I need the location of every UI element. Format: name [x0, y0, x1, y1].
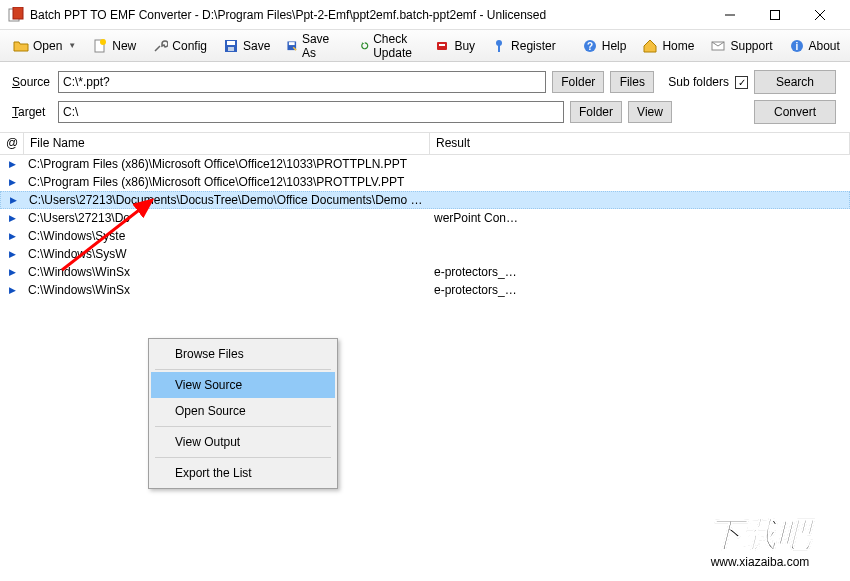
about-label: About — [809, 39, 840, 53]
svg-rect-12 — [289, 42, 295, 45]
svg-text:i: i — [795, 41, 798, 52]
cell-result: werPoint Con… — [430, 211, 850, 225]
table-row[interactable]: ▶C:\Users\27213\DowerPoint Con… — [0, 209, 850, 227]
cell-filename: C:\Program Files (x86)\Microsoft Office\… — [24, 157, 430, 171]
cell-result: e-protectors_… — [430, 265, 850, 279]
table-row[interactable]: ▶C:\Windows\WinSxe-protectors_… — [0, 263, 850, 281]
ctx-separator — [155, 426, 331, 427]
target-folder-button[interactable]: Folder — [570, 101, 622, 123]
svg-rect-10 — [228, 47, 234, 51]
open-button[interactable]: Open ▼ — [6, 34, 83, 58]
table-row[interactable]: ▶C:\Windows\Syste — [0, 227, 850, 245]
cart-icon — [434, 38, 450, 54]
check-update-label: Check Update — [373, 32, 418, 60]
ctx-browse-files[interactable]: Browse Files — [151, 341, 335, 367]
ctx-separator — [155, 369, 331, 370]
cell-filename: C:\Windows\Syste — [24, 229, 430, 243]
refresh-icon — [360, 38, 370, 54]
cell-filename: C:\Users\27213\Do — [24, 211, 430, 225]
toolbar: Open ▼ New Config Save Save As Check Upd… — [0, 30, 850, 62]
cell-filename: C:\Windows\SysW — [24, 247, 430, 261]
source-label: Source — [12, 75, 52, 89]
convert-button[interactable]: Convert — [754, 100, 836, 124]
play-icon: ▶ — [0, 267, 24, 277]
minimize-button[interactable] — [707, 1, 752, 29]
save-as-label: Save As — [302, 32, 334, 60]
source-files-button[interactable]: Files — [610, 71, 654, 93]
table-row[interactable]: ▶C:\Program Files (x86)\Microsoft Office… — [0, 155, 850, 173]
ctx-open-source[interactable]: Open Source — [151, 398, 335, 424]
source-input[interactable] — [58, 71, 546, 93]
svg-rect-9 — [227, 41, 235, 45]
cell-filename: C:\Program Files (x86)\Microsoft Office\… — [24, 175, 430, 189]
home-button[interactable]: Home — [635, 34, 701, 58]
target-row: Target Folder View Convert — [12, 100, 838, 124]
save-as-icon — [286, 38, 298, 54]
file-list-area: @ File Name Result ▶C:\Program Files (x8… — [0, 133, 850, 581]
svg-rect-1 — [13, 7, 23, 19]
table-row[interactable]: ▶C:\Users\27213\Documents\DocusTree\Demo… — [0, 191, 850, 209]
list-body: ▶C:\Program Files (x86)\Microsoft Office… — [0, 155, 850, 299]
config-button[interactable]: Config — [145, 34, 214, 58]
home-icon — [642, 38, 658, 54]
save-icon — [223, 38, 239, 54]
new-button[interactable]: New — [85, 34, 143, 58]
list-header: @ File Name Result — [0, 133, 850, 155]
table-row[interactable]: ▶C:\Windows\SysW — [0, 245, 850, 263]
play-icon: ▶ — [0, 285, 24, 295]
check-update-button[interactable]: Check Update — [353, 28, 426, 64]
maximize-button[interactable] — [752, 1, 797, 29]
table-row[interactable]: ▶C:\Program Files (x86)\Microsoft Office… — [0, 173, 850, 191]
ctx-export-list[interactable]: Export the List — [151, 460, 335, 486]
help-icon: ? — [582, 38, 598, 54]
svg-rect-16 — [498, 45, 500, 52]
cell-filename: C:\Windows\WinSx — [24, 265, 430, 279]
help-button[interactable]: ? Help — [575, 34, 634, 58]
svg-rect-3 — [770, 10, 779, 19]
subfolders-group: Sub folders ✓ — [668, 75, 748, 89]
target-input[interactable] — [58, 101, 564, 123]
ctx-separator — [155, 457, 331, 458]
close-button[interactable] — [797, 1, 842, 29]
table-row[interactable]: ▶C:\Windows\WinSxe-protectors_… — [0, 281, 850, 299]
folder-open-icon — [13, 38, 29, 54]
play-icon: ▶ — [0, 159, 24, 169]
path-section: Source Folder Files Sub folders ✓ Search… — [0, 62, 850, 133]
app-icon — [8, 7, 24, 23]
play-icon: ▶ — [0, 231, 24, 241]
support-icon — [710, 38, 726, 54]
save-button[interactable]: Save — [216, 34, 277, 58]
register-label: Register — [511, 39, 556, 53]
search-button[interactable]: Search — [754, 70, 836, 94]
context-menu: Browse Files View Source Open Source Vie… — [148, 338, 338, 489]
ctx-view-source[interactable]: View Source — [151, 372, 335, 398]
target-label: Target — [12, 105, 52, 119]
support-button[interactable]: Support — [703, 34, 779, 58]
home-label: Home — [662, 39, 694, 53]
play-icon: ▶ — [0, 213, 24, 223]
window-title: Batch PPT TO EMF Converter - D:\Program … — [30, 8, 707, 22]
buy-button[interactable]: Buy — [427, 34, 482, 58]
info-icon: i — [789, 38, 805, 54]
target-view-button[interactable]: View — [628, 101, 672, 123]
header-at[interactable]: @ — [0, 133, 24, 154]
new-file-icon — [92, 38, 108, 54]
save-as-button[interactable]: Save As — [279, 28, 340, 64]
header-result[interactable]: Result — [430, 133, 850, 154]
key-icon — [491, 38, 507, 54]
register-button[interactable]: Register — [484, 34, 563, 58]
source-row: Source Folder Files Sub folders ✓ Search — [12, 70, 838, 94]
svg-rect-14 — [439, 44, 445, 46]
source-folder-button[interactable]: Folder — [552, 71, 604, 93]
ctx-view-output[interactable]: View Output — [151, 429, 335, 455]
config-label: Config — [172, 39, 207, 53]
svg-text:?: ? — [587, 41, 593, 52]
header-filename[interactable]: File Name — [24, 133, 430, 154]
about-button[interactable]: i About — [782, 34, 847, 58]
wrench-icon — [152, 38, 168, 54]
chevron-down-icon: ▼ — [68, 41, 76, 50]
save-label: Save — [243, 39, 270, 53]
help-label: Help — [602, 39, 627, 53]
svg-point-7 — [100, 39, 106, 45]
subfolders-checkbox[interactable]: ✓ — [735, 76, 748, 89]
